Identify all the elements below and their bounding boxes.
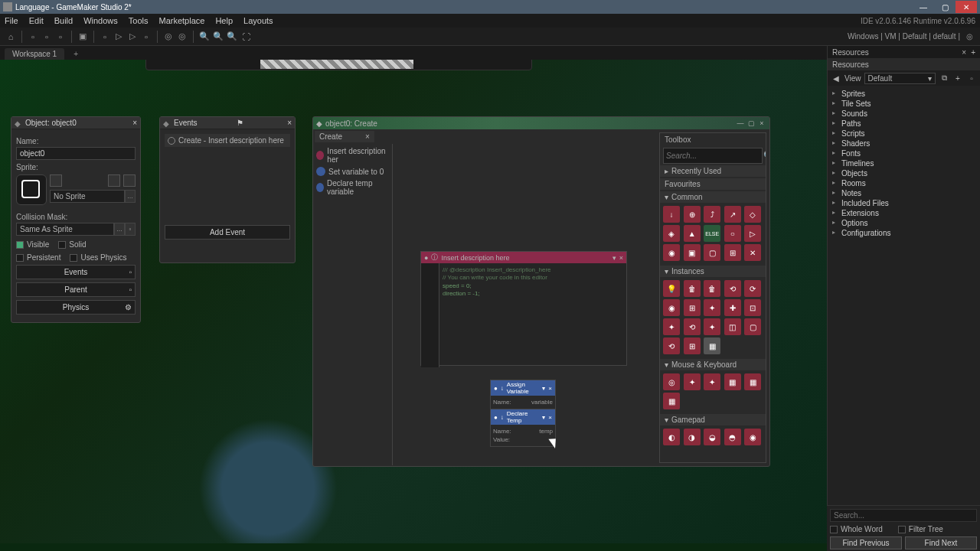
close-icon[interactable]: × [757,119,766,128]
config-icon[interactable]: ◎ [176,31,188,43]
node-close-icon[interactable]: × [619,254,623,262]
toolbox-item[interactable]: ⊞ [684,299,701,316]
menu-layouts[interactable]: Layouts [243,16,273,25]
tree-notes[interactable]: Notes [832,188,975,198]
expand-icon[interactable]: ⛶ [240,31,252,43]
toolbox-item[interactable]: ✕ [744,244,761,261]
collision-dropdown[interactable]: Same As Sprite [16,223,114,236]
tree-configs[interactable]: Configurations [832,228,975,238]
sprite-dropdown[interactable]: No Sprite [50,190,125,203]
object-name-input[interactable] [16,147,136,160]
filter-tree-checkbox[interactable]: Filter Tree [898,525,943,533]
sprite-select-icon[interactable] [123,174,136,187]
tree-tilesets[interactable]: Tile Sets [832,99,975,109]
tab-close-icon[interactable]: × [365,132,370,141]
stop-icon[interactable]: ▫ [140,31,152,43]
create-tab[interactable]: Create × [315,131,374,142]
section-mouse[interactable]: ▾Mouse & Keyboard [660,359,766,370]
events-button[interactable]: Events▫ [16,265,136,279]
collapse-icon[interactable]: ▾ [612,254,616,262]
code-node[interactable]: ● ⓘ Insert description here ▾ × /// @des… [420,251,627,366]
toolbox-item[interactable]: ↗ [724,206,741,223]
flag-icon[interactable]: ⚑ [237,119,243,127]
toolbox-item[interactable]: ⟳ [744,280,761,297]
workspace-tab[interactable]: Workspace 1 [5,48,64,60]
add-workspace-tab[interactable]: + [66,48,86,60]
settings-icon[interactable]: ◎ [963,31,975,43]
event-item-create[interactable]: Create - Insert description here [165,134,290,147]
toolbox-item[interactable]: ◈ [663,225,680,242]
code-editor[interactable]: /// @description Insert_description_here… [439,263,554,367]
toolbox-item[interactable]: ○ [724,225,741,242]
action-declare-temp[interactable]: Declare temp variable [315,178,390,197]
section-recent[interactable]: ▸Recently Used [660,165,766,177]
tree-shaders[interactable]: Shaders [832,139,975,148]
section-common[interactable]: ▾Common [660,191,766,203]
toolbox-item[interactable]: ⊡ [744,299,761,316]
zoom-out-icon[interactable]: 🔍 [226,31,238,43]
toolbox-search[interactable]: 🔍 [663,148,763,164]
find-previous-button[interactable]: Find Previous [830,536,902,549]
tree-options[interactable]: Options [832,218,975,228]
panel-close-icon[interactable]: × [287,119,292,127]
persistent-checkbox[interactable]: Persistent [16,253,60,262]
package-icon[interactable]: ▣ [77,31,89,43]
tab-close-icon[interactable]: × [962,48,966,57]
toolbox-item[interactable]: ◫ [724,318,741,335]
toolbox-item[interactable]: ⟲ [663,337,680,354]
toolbox-item[interactable]: ✦ [704,318,720,335]
toolbox-item[interactable]: ELSE [704,225,720,242]
toolbox-item[interactable]: ✦ [663,318,680,335]
toolbox-item[interactable]: ▲ [684,225,701,242]
search-icon[interactable]: 🔍 [763,151,766,161]
toolbox-item[interactable]: ⊞ [684,337,701,354]
section-instances[interactable]: ▾Instances [660,266,766,277]
toolbox-item[interactable]: ▦ [724,373,741,390]
zoom-in-icon[interactable]: 🔍 [198,31,211,43]
toolbox-search-input[interactable] [666,151,763,161]
search-input[interactable] [830,509,977,522]
toolbox-item[interactable]: ✚ [724,299,741,316]
action-set-variable[interactable]: Set variable to 0 [315,165,390,178]
tree-rooms[interactable]: Rooms [832,178,975,188]
toolbox-item[interactable]: ◇ [744,206,761,223]
sprite-preview[interactable] [16,174,47,205]
menu-marketplace[interactable]: Marketplace [158,16,204,25]
edit-icon[interactable]: ▫ [966,73,977,83]
toolbox-item[interactable]: 🗑 [684,280,701,297]
toolbox-item[interactable]: ▦ [663,393,680,409]
menu-tools[interactable]: Tools [129,16,149,25]
toolbox-item[interactable]: ▦ [744,373,761,390]
collapse-icon[interactable]: ▾ [542,414,545,421]
menu-help[interactable]: Help [215,16,233,25]
minimize-icon[interactable]: — [736,119,745,128]
node-close-icon[interactable]: × [548,414,552,421]
toolbox-item[interactable]: ⟲ [684,318,701,335]
tree-included[interactable]: Included Files [832,198,975,208]
toolbox-item[interactable]: ◐ [663,429,680,445]
menu-edit[interactable]: Edit [29,16,44,25]
home-icon[interactable]: ⌂ [5,31,17,43]
chevron-down-icon[interactable]: … [125,190,136,203]
solid-checkbox[interactable]: Solid [58,240,86,249]
back-icon[interactable]: ◀ [831,73,841,83]
whole-word-checkbox[interactable]: Whole Word [830,525,883,533]
tree-sounds[interactable]: Sounds [832,109,975,119]
build-icon[interactable]: ▫ [99,31,111,43]
toolbox-item[interactable]: ⟲ [724,280,741,297]
toolbox-item[interactable]: ◒ [704,429,720,445]
toolbox-item[interactable]: ↓ [663,206,680,223]
code-node-header[interactable]: ● ⓘ Insert description here ▾ × [421,252,626,263]
parent-button[interactable]: Parent▫ [16,282,136,297]
view-dropdown[interactable]: Default▾ [864,73,936,84]
tree-fonts[interactable]: Fonts [832,148,975,158]
menu-file[interactable]: File [5,16,18,25]
add-icon[interactable]: + [952,73,963,83]
find-next-button[interactable]: Find Next [905,536,977,549]
physics-button[interactable]: Physics⚙ [16,300,136,315]
toolbox-item[interactable]: ✦ [704,299,720,316]
tree-extensions[interactable]: Extensions [832,208,975,218]
debug-icon[interactable]: ▷ [126,31,139,43]
toolbox-item[interactable]: ◉ [663,244,680,261]
toolbox-item[interactable]: ◑ [684,429,701,445]
